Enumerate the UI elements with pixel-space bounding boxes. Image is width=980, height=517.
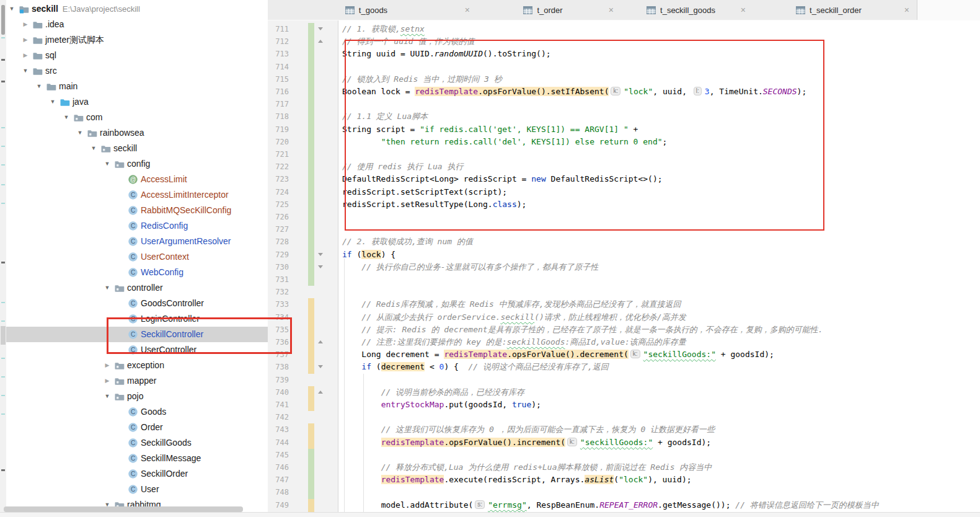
tree-item--idea[interactable]: ▶.idea [6, 17, 268, 32]
line-number: 739 [268, 374, 289, 386]
fold-toggle-icon[interactable] [318, 253, 323, 256]
stripe-scrollbar-thumb[interactable] [1, 5, 5, 35]
tree-item-main[interactable]: ▼main [6, 79, 268, 94]
package-icon [100, 143, 111, 154]
expand-toggle-icon[interactable]: ▶ [102, 373, 112, 389]
tree-item-goodscontroller[interactable]: CGoodsController [6, 296, 268, 311]
class-icon: C [128, 422, 138, 433]
tree-item-accesslimit[interactable]: @AccessLimit [6, 172, 268, 187]
tree-item-seckillmessage[interactable]: CSeckillMessage [6, 451, 268, 466]
expand-toggle-icon[interactable]: ▶ [102, 358, 112, 373]
code-token: < [425, 362, 439, 371]
expand-toggle-icon[interactable]: ▼ [20, 63, 30, 79]
expand-toggle-icon[interactable]: ▼ [48, 94, 58, 110]
stripe-mark [1, 358, 5, 359]
tree-item-seckillorder[interactable]: CSeckillOrder [6, 466, 268, 482]
tree-item-seckill[interactable]: ▼seckillE:\Java\project\seckill [6, 1, 268, 17]
tree-item-controller[interactable]: ▼controller [6, 280, 268, 296]
tree-item-userargumentresolver[interactable]: CUserArgumentResolver [6, 234, 268, 249]
class-icon: C [128, 252, 138, 262]
tree-item-label: WebConfig [141, 265, 183, 280]
tree-item-seckillgoods[interactable]: CSeckillGoods [6, 435, 268, 451]
expand-toggle-icon[interactable]: ▼ [7, 1, 17, 17]
line-number: 711 [268, 23, 289, 35]
tree-item-com[interactable]: ▼com [6, 110, 268, 125]
fold-toggle-icon[interactable] [318, 40, 323, 43]
code-line-732 [338, 286, 980, 298]
project-path: E:\Java\project\seckill [58, 4, 140, 14]
code-line-731 [338, 273, 980, 286]
tree-item-goods[interactable]: CGoods [6, 404, 268, 420]
expand-toggle-icon[interactable]: ▼ [102, 280, 112, 296]
code-token: setnx [400, 24, 425, 33]
expand-toggle-icon[interactable]: ▼ [34, 79, 44, 94]
tree-item-usercontext[interactable]: CUserContext [6, 249, 268, 265]
annotation-box-tree [107, 317, 292, 354]
tree-item-seckill[interactable]: ▼seckill [6, 141, 268, 156]
expand-toggle-icon[interactable]: ▼ [102, 389, 112, 404]
tree-item-exception[interactable]: ▶exception [6, 358, 268, 373]
tab-t_goods[interactable]: t_goods× [268, 0, 478, 20]
fold-toggle-icon[interactable] [318, 27, 323, 30]
tree-item-label: rainbowsea [100, 125, 144, 141]
expand-toggle-icon[interactable]: ▼ [89, 141, 99, 156]
line-number: 717 [268, 98, 289, 110]
fold-toggle-icon[interactable] [318, 265, 323, 268]
tree-horizontal-scrollbar[interactable] [4, 506, 243, 512]
tree-item-user[interactable]: CUser [6, 482, 268, 497]
expand-toggle-icon[interactable]: ▶ [20, 48, 30, 63]
bottom-scrollbar-track[interactable] [0, 512, 980, 517]
code-line-736: // 注意:这里我们要操作的 key 的是:seckillGoods:商品Id,… [338, 336, 980, 348]
close-icon[interactable]: × [465, 6, 470, 14]
code-line-740: // 说明当前秒杀的商品，已经没有库存 [338, 386, 980, 399]
expand-toggle-icon[interactable]: ▼ [61, 110, 71, 125]
package-icon [87, 128, 97, 138]
tree-item-sql[interactable]: ▶sql [6, 48, 268, 63]
tree-item-jmeter-[interactable]: ▶jmeter测试脚本 [6, 32, 268, 48]
fold-toggle-icon[interactable] [318, 340, 323, 343]
class-icon: C [128, 205, 138, 216]
fold-toggle-icon[interactable] [318, 391, 323, 394]
class-icon: C [128, 298, 138, 309]
line-number: 714 [268, 61, 289, 73]
tree-item-accesslimitinterceptor[interactable]: CAccessLimitInterceptor [6, 187, 268, 203]
expand-toggle-icon[interactable]: ▶ [20, 32, 30, 48]
close-icon[interactable]: × [609, 6, 614, 14]
code-token: // 注意:这里我们要操作的 key 的是: [361, 337, 506, 347]
vcs-added-strip [308, 261, 314, 273]
tree-item-config[interactable]: ▼config [6, 156, 268, 172]
vcs-added-strip [308, 86, 314, 98]
vcs-added-strip [308, 23, 314, 35]
tree-item-label: .idea [45, 17, 64, 32]
close-icon[interactable]: × [904, 6, 909, 14]
line-number: 732 [268, 286, 289, 298]
tree-item-pojo[interactable]: ▼pojo [6, 389, 268, 404]
table-icon [796, 6, 805, 14]
tab-t_order[interactable]: t_order× [477, 0, 622, 20]
code-token: "seckillGoods:" [643, 350, 716, 359]
tree-item-java[interactable]: ▼java [6, 94, 268, 110]
tree-item-rainbowsea[interactable]: ▼rainbowsea [6, 125, 268, 141]
tree-item-redisconfig[interactable]: CRedisConfig [6, 218, 268, 234]
project-tree-panel[interactable]: ▼seckillE:\Java\project\seckill▶.idea▶jm… [6, 0, 268, 517]
fold-toggle-icon[interactable] [318, 365, 323, 368]
vcs-added-strip [308, 61, 314, 73]
close-icon[interactable]: × [741, 6, 746, 14]
tree-item-mapper[interactable]: ▶mapper [6, 373, 268, 389]
expand-toggle-icon[interactable]: ▼ [102, 156, 112, 172]
tree-item-src[interactable]: ▼src [6, 63, 268, 79]
tree-item-label: exception [127, 358, 164, 373]
tab-t_seckill_goods[interactable]: t_seckill_goods× [621, 0, 754, 20]
vcs-modified-strip [308, 324, 314, 336]
svg-text:C: C [131, 238, 135, 245]
tree-item-webconfig[interactable]: CWebConfig [6, 265, 268, 280]
tab-t_seckill_order[interactable]: t_seckill_order× [753, 0, 917, 20]
expand-toggle-icon[interactable]: ▼ [75, 125, 85, 141]
tree-item-order[interactable]: COrder [6, 420, 268, 435]
ide-window: ▼seckillE:\Java\project\seckill▶.idea▶jm… [0, 0, 980, 517]
tree-item-rabbitmqseckillconfig[interactable]: CRabbitMQSecKillConfig [6, 203, 268, 218]
svg-text:C: C [131, 424, 135, 431]
package-icon [114, 159, 125, 169]
code-token: redisTemplate [444, 350, 507, 359]
expand-toggle-icon[interactable]: ▶ [20, 17, 30, 32]
